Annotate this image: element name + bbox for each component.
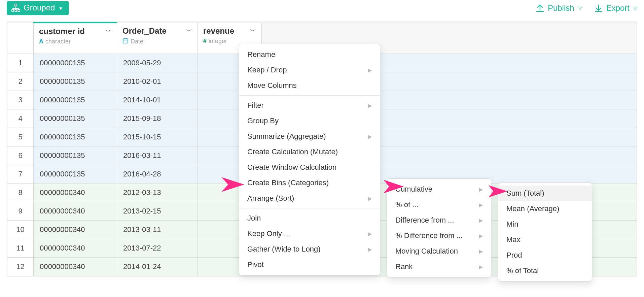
caret-down-icon: ▼: [58, 6, 63, 11]
menu-item[interactable]: Pivot: [239, 257, 380, 272]
row-number: 8: [7, 183, 34, 202]
menu-item-label: Sum (Total): [506, 189, 544, 198]
toolbar: Grouped ▼ Publish ▽ Export ▽: [0, 0, 644, 18]
cell-customer-id[interactable]: 00000000135: [34, 128, 117, 146]
row-number: 3: [7, 91, 34, 109]
menu-item[interactable]: Difference from ...▶: [387, 212, 491, 228]
menu-item-label: % of ...: [395, 200, 418, 209]
cell-order-date[interactable]: 2016-03-11: [117, 146, 198, 165]
menu-item[interactable]: Max: [498, 232, 592, 248]
menu-separator: [239, 95, 380, 96]
chevron-right-icon: ▶: [479, 202, 483, 208]
menu-item-label: Min: [506, 220, 518, 229]
cell-customer-id[interactable]: 00000000340: [34, 183, 117, 202]
cell-order-date[interactable]: 2014-01-24: [117, 257, 198, 276]
chevron-right-icon: ▶: [368, 246, 372, 253]
cell-order-date[interactable]: 2013-02-15: [117, 202, 198, 220]
cell-customer-id[interactable]: 00000000135: [34, 109, 117, 128]
chevron-down-icon[interactable]: ﹀: [250, 27, 256, 35]
menu-item[interactable]: Create Bins (Categories): [239, 175, 380, 191]
menu-item-label: Rank: [395, 262, 413, 271]
cell-customer-id[interactable]: 00000000340: [34, 239, 117, 257]
cell-customer-id[interactable]: 00000000340: [34, 220, 117, 239]
menu-item-label: Mean (Average): [506, 204, 559, 213]
date-type-icon: [122, 38, 129, 45]
menu-item[interactable]: Rename: [239, 47, 380, 62]
grouped-button[interactable]: Grouped ▼: [7, 1, 69, 15]
menu-item[interactable]: Create Calculation (Mutate): [239, 144, 380, 160]
menu-item[interactable]: Join: [239, 210, 380, 226]
menu-item[interactable]: Keep Only ...▶: [239, 226, 380, 241]
menu-item[interactable]: Sum (Total): [498, 186, 592, 201]
menu-item-label: Join: [247, 214, 261, 223]
export-button[interactable]: Export ▽: [594, 3, 637, 13]
chevron-down-icon[interactable]: ﹀: [105, 27, 111, 35]
row-number: 6: [7, 146, 34, 165]
menu-item[interactable]: Arrange (Sort)▶: [239, 191, 380, 206]
menu-item[interactable]: Moving Calculation▶: [387, 243, 491, 259]
column-context-menu[interactable]: RenameKeep / Drop▶Move ColumnsFilter▶Gro…: [239, 44, 380, 275]
cumulative-submenu[interactable]: Sum (Total)Mean (Average)MinMaxProd% of …: [498, 183, 592, 282]
svg-rect-1: [12, 9, 14, 11]
cell-order-date[interactable]: 2016-04-28: [117, 165, 198, 183]
cell-customer-id[interactable]: 00000000135: [34, 146, 117, 165]
number-type-icon: #: [203, 38, 207, 45]
menu-item[interactable]: Move Columns: [239, 78, 380, 93]
menu-item[interactable]: Prod: [498, 248, 592, 263]
cell-customer-id[interactable]: 00000000135: [34, 54, 117, 72]
cell-order-date[interactable]: 2010-02-01: [117, 72, 198, 91]
menu-item[interactable]: Group By: [239, 113, 380, 129]
menu-item[interactable]: Mean (Average): [498, 201, 592, 217]
column-name: revenue: [203, 26, 234, 36]
cell-order-date[interactable]: 2013-03-11: [117, 220, 198, 239]
cell-customer-id[interactable]: 00000000135: [34, 91, 117, 109]
cell-customer-id[interactable]: 00000000135: [34, 165, 117, 183]
cell-order-date[interactable]: 2015-10-15: [117, 128, 198, 146]
cell-order-date[interactable]: 2012-03-13: [117, 183, 198, 202]
menu-item[interactable]: Create Window Calculation: [239, 160, 380, 175]
column-name: Order_Date: [122, 26, 167, 36]
column-header-customer-id[interactable]: customer id ﹀ A character: [34, 23, 117, 54]
publish-button[interactable]: Publish ▽: [536, 3, 582, 13]
svg-rect-4: [123, 39, 128, 43]
menu-item-label: % of Total: [506, 266, 539, 275]
column-header-order-date[interactable]: Order_Date ﹀ Date: [117, 23, 198, 54]
cell-customer-id[interactable]: 00000000340: [34, 202, 117, 220]
cell-customer-id[interactable]: 00000000135: [34, 72, 117, 91]
menu-item[interactable]: Summarize (Aggregate)▶: [239, 129, 380, 144]
menu-item[interactable]: Cumulative▶: [387, 182, 491, 197]
menu-item[interactable]: % of ...▶: [387, 197, 491, 212]
column-type: Date: [131, 38, 143, 45]
grouped-label: Grouped: [24, 3, 55, 12]
row-number: 11: [7, 239, 34, 257]
menu-item[interactable]: % Difference from ...▶: [387, 228, 491, 243]
chevron-right-icon: ▶: [368, 67, 372, 73]
chevron-right-icon: ▶: [479, 217, 483, 224]
cell-order-date[interactable]: 2013-07-22: [117, 239, 198, 257]
chevron-down-icon[interactable]: ﹀: [186, 27, 192, 35]
chevron-right-icon: ▶: [368, 231, 372, 237]
menu-item[interactable]: Gather (Wide to Long)▶: [239, 241, 380, 257]
svg-rect-0: [15, 4, 17, 6]
menu-item[interactable]: Filter▶: [239, 98, 380, 113]
column-type: integer: [209, 38, 227, 45]
window-calc-submenu[interactable]: Cumulative▶% of ...▶Difference from ...▶…: [387, 178, 491, 277]
row-number: 5: [7, 128, 34, 146]
publish-label: Publish: [548, 3, 574, 13]
row-number: 10: [7, 220, 34, 239]
cell-customer-id[interactable]: 00000000340: [34, 257, 117, 276]
menu-item-label: Group By: [247, 117, 279, 125]
triangle-down-icon: ▽: [578, 5, 582, 11]
cell-order-date[interactable]: 2009-05-29: [117, 54, 198, 72]
menu-item[interactable]: Keep / Drop▶: [239, 62, 380, 78]
menu-item[interactable]: Min: [498, 217, 592, 232]
row-number: 4: [7, 109, 34, 128]
menu-item[interactable]: % of Total: [498, 263, 592, 278]
row-number: 2: [7, 72, 34, 91]
cell-order-date[interactable]: 2014-10-01: [117, 91, 198, 109]
cell-order-date[interactable]: 2015-09-18: [117, 109, 198, 128]
upload-icon: [536, 4, 544, 12]
menu-item-label: Gather (Wide to Long): [247, 245, 321, 254]
menu-item[interactable]: Rank▶: [387, 259, 491, 274]
menu-item-label: Create Window Calculation: [247, 163, 336, 172]
